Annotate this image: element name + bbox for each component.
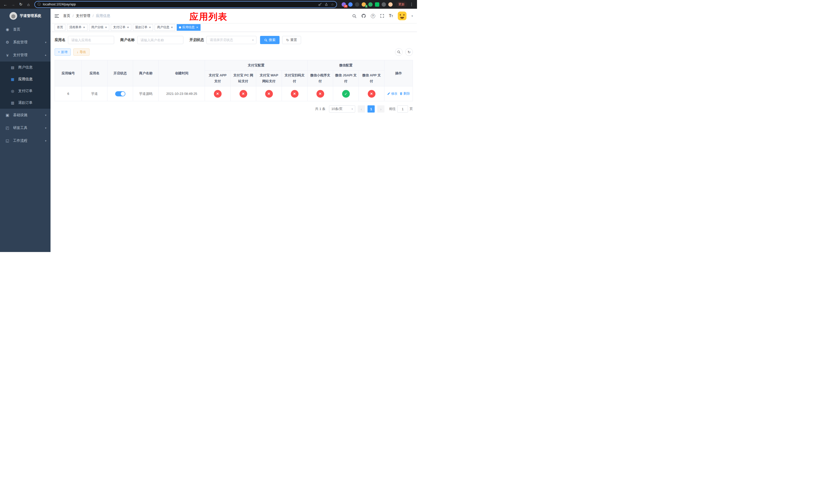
tab-close-icon[interactable]: × xyxy=(83,26,85,29)
sidebar-subitem-2[interactable]: ▦应用信息 xyxy=(0,73,50,85)
tab-3[interactable]: 用户分组× xyxy=(89,24,110,31)
sidebar-subitem-4[interactable]: ▥退款订单 xyxy=(0,97,50,109)
sidebar-item-label: 首页 xyxy=(13,27,20,32)
sidebar-subitem-3[interactable]: ◎支付订单 xyxy=(0,85,50,97)
status-toggle[interactable] xyxy=(115,91,126,96)
channel-disabled-cross-icon: × xyxy=(214,90,222,98)
tab-label: 商户信息 xyxy=(157,25,169,29)
app-name-input[interactable] xyxy=(68,36,114,44)
password-key-icon[interactable] xyxy=(318,3,322,6)
page-annotation-title: 应用列表 xyxy=(190,11,227,23)
goto-prefix: 前往 xyxy=(389,107,396,111)
tab-5[interactable]: 退款订单× xyxy=(133,24,153,31)
sub-column-header: 支付宝 APP 支付 xyxy=(205,70,231,86)
extension-dark-circle-icon[interactable] xyxy=(355,2,359,7)
tab-close-icon[interactable]: × xyxy=(105,26,107,29)
column-header: 商户名称 xyxy=(133,60,159,86)
sidebar-collapse-icon[interactable] xyxy=(54,14,59,18)
extension-gray-circle-icon[interactable] xyxy=(381,2,386,7)
browser-update-button[interactable]: 更新 xyxy=(396,1,407,8)
next-page-button[interactable]: › xyxy=(377,105,385,113)
address-bar[interactable]: ⓘ localhost:1024/pay/app ☆ xyxy=(35,1,337,8)
tab-7[interactable]: 应用信息× xyxy=(177,24,201,31)
status-select[interactable]: 请选择开启状态 ▾ xyxy=(206,36,257,44)
sidebar-item-label: 研发工具 xyxy=(13,125,27,130)
search-button[interactable]: 搜索 xyxy=(260,36,280,44)
toggle-knob xyxy=(121,92,125,96)
site-info-icon[interactable]: ⓘ xyxy=(38,2,41,7)
tab-4[interactable]: 支付订单× xyxy=(111,24,131,31)
cell-created-at: 2021-10-23 08:49:25 xyxy=(159,86,205,101)
tab-close-icon[interactable]: × xyxy=(149,26,151,29)
extension-blue-icon[interactable] xyxy=(348,2,353,7)
avatar-caret-down-icon[interactable]: ▾ xyxy=(411,14,413,18)
header-search-icon[interactable] xyxy=(352,14,356,18)
sidebar-item-4[interactable]: ▣基础设施▾ xyxy=(0,109,50,121)
browser-back-icon[interactable]: ← xyxy=(2,1,9,8)
toggle-search-button[interactable] xyxy=(395,48,403,56)
tab-label: 流程表单 xyxy=(69,25,82,29)
sidebar-item-6[interactable]: ◱工作流程▾ xyxy=(0,134,50,147)
sub-column-header: 微信 JSAPI 支付 xyxy=(333,70,359,86)
tab-1[interactable]: 首页 xyxy=(54,24,65,31)
share-icon[interactable] xyxy=(325,3,328,6)
extension-badge: 1 xyxy=(365,5,368,8)
prev-page-button[interactable]: ‹ xyxy=(358,105,365,113)
extension-green-circle-icon[interactable] xyxy=(368,2,373,7)
page-size-select[interactable]: 10条/页 ▾ xyxy=(329,105,355,113)
cell-merchant-name: 芋道源码 xyxy=(133,86,159,101)
chevron-down-icon: ▾ xyxy=(45,139,46,142)
sub-column-header: 支付宝 WAP 网站支付 xyxy=(256,70,282,86)
sidebar-item-5[interactable]: ◰研发工具▾ xyxy=(0,121,50,134)
tab-2[interactable]: 流程表单× xyxy=(67,24,87,31)
sidebar-item-3[interactable]: ¥支付管理▾ xyxy=(0,49,50,62)
browser-reload-icon[interactable]: ↻ xyxy=(18,1,24,8)
tab-close-icon[interactable]: × xyxy=(171,26,173,29)
workflow-box-icon: ◱ xyxy=(5,138,10,143)
add-button[interactable]: + 新增 xyxy=(54,48,71,55)
sub-column-header: 支付宝 PC 网站支付 xyxy=(231,70,256,86)
tab-label: 应用信息 xyxy=(182,25,195,29)
browser-menu-kebab-icon[interactable]: ⋮ xyxy=(408,1,415,8)
sidebar-item-label: 基础设施 xyxy=(13,113,27,117)
tab-6[interactable]: 商户信息× xyxy=(155,24,175,31)
reset-refresh-icon: ↻ xyxy=(286,38,289,42)
extension-avatar-icon[interactable]: 1 xyxy=(361,2,366,7)
chevron-down-icon: ▾ xyxy=(45,114,46,117)
bookmark-star-icon[interactable]: ☆ xyxy=(331,3,334,6)
font-size-icon[interactable]: TT xyxy=(389,14,393,18)
browser-forward-icon[interactable]: → xyxy=(10,1,16,8)
tab-close-icon[interactable]: × xyxy=(196,26,198,29)
active-tab-dot xyxy=(179,26,181,28)
edit-link[interactable]: 修改 xyxy=(387,92,397,96)
sidebar-item-2[interactable]: ⚙系统管理▾ xyxy=(0,36,50,49)
reset-button[interactable]: ↻ 重置 xyxy=(282,36,301,44)
refund-order-icon: ▥ xyxy=(10,101,15,105)
merchant-card-icon: ▤ xyxy=(10,65,15,69)
sidebar-item-1[interactable]: ◉首页 xyxy=(0,23,50,36)
fullscreen-icon[interactable] xyxy=(380,14,384,18)
breadcrumb-item[interactable]: 首页 xyxy=(63,14,70,18)
chevron-down-icon: ▾ xyxy=(45,127,46,130)
user-avatar[interactable] xyxy=(398,12,407,20)
refresh-table-button[interactable]: ↻ xyxy=(405,48,413,56)
merchant-name-input[interactable] xyxy=(137,36,183,44)
yen-icon: ¥ xyxy=(5,53,10,58)
github-icon[interactable] xyxy=(361,14,366,18)
delete-link[interactable]: 删除 xyxy=(399,92,410,96)
url-text[interactable]: localhost:1024/pay/app xyxy=(43,3,316,6)
export-button[interactable]: ↓ 导出 xyxy=(73,48,89,55)
sidebar-subitem-1[interactable]: ▤商户信息 xyxy=(0,62,50,73)
extensions-grid-icon[interactable]: 10 xyxy=(342,2,346,7)
help-icon[interactable]: ? xyxy=(371,14,375,18)
extension-wechat-icon[interactable] xyxy=(375,2,379,7)
goto-page-input[interactable] xyxy=(397,105,408,113)
page-1-button[interactable]: 1 xyxy=(368,105,375,113)
sidebar-subitem-label: 应用信息 xyxy=(18,77,32,82)
app-logo[interactable]: 芋道管理系统 xyxy=(0,9,50,23)
group-header: 微信配置 xyxy=(307,60,385,70)
tab-close-icon[interactable]: × xyxy=(127,26,129,29)
browser-home-icon[interactable]: ⌂ xyxy=(25,1,32,8)
breadcrumb-item[interactable]: 支付管理 xyxy=(76,14,90,18)
extension-profile-face-icon[interactable] xyxy=(388,2,393,7)
